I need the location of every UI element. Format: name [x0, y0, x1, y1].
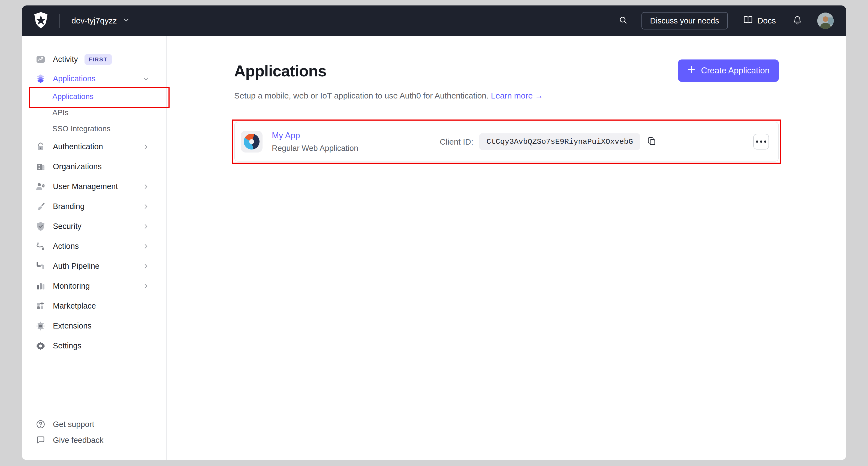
learn-more-link[interactable]: Learn more [491, 91, 533, 100]
application-row-wrapper: My App Regular Web Application Client ID… [234, 122, 779, 162]
sidebar-item-actions[interactable]: Actions [22, 236, 166, 256]
sidebar-item-label: Marketplace [53, 301, 96, 311]
app-name-block: My App Regular Web Application [272, 131, 358, 153]
give-feedback-label: Give feedback [53, 436, 103, 445]
give-feedback-link[interactable]: Give feedback [22, 432, 166, 448]
sidebar-item-authentication[interactable]: Authentication [22, 137, 166, 156]
app-name-link[interactable]: My App [272, 131, 358, 141]
shield-check-icon [35, 222, 46, 231]
sidebar-item-label: Authentication [53, 142, 103, 151]
sidebar-item-user-management[interactable]: User Management [22, 177, 166, 197]
chevron-right-icon [142, 223, 149, 230]
gear-icon [35, 341, 46, 351]
bell-icon [793, 16, 802, 26]
app-row-actions-button[interactable] [753, 134, 769, 149]
avatar[interactable] [817, 12, 834, 29]
subtitle-text: Setup a mobile, web or IoT application t… [234, 91, 489, 100]
lock-icon [35, 142, 46, 152]
plus-icon [687, 65, 695, 76]
sidebar-item-settings[interactable]: Settings [22, 336, 166, 356]
applications-icon [35, 74, 46, 84]
chevron-right-icon [142, 143, 149, 150]
sidebar-item-extensions[interactable]: Extensions [22, 316, 166, 336]
search-button[interactable] [619, 16, 628, 26]
sidebar-item-label: Settings [53, 341, 82, 350]
sidebar-subitem-sso-integrations[interactable]: SSO Integrations [22, 121, 166, 137]
help-circle-icon [35, 419, 46, 429]
sidebar-item-label: Organizations [53, 162, 102, 171]
docs-label: Docs [757, 16, 776, 25]
sidebar-item-label: Applications [53, 74, 95, 83]
copy-icon [647, 137, 656, 147]
chevron-right-icon [142, 263, 149, 270]
sidebar-item-label: Security [53, 222, 82, 231]
sidebar-item-label: Branding [53, 202, 85, 211]
sidebar-item-security[interactable]: Security [22, 216, 166, 236]
chevron-right-icon [142, 283, 149, 290]
app-body: Activity FIRST Applications Applications [22, 36, 846, 460]
app-logo-donut-icon [244, 134, 259, 149]
sidebar-item-label: Activity [53, 55, 78, 64]
bar-chart-icon [35, 281, 46, 291]
tenant-name: dev-tyj7qyzz [71, 16, 117, 25]
application-row[interactable]: My App Regular Web Application Client ID… [234, 122, 779, 162]
sidebar-subitem-applications[interactable]: Applications [22, 88, 166, 105]
sidebar-footer: Get support Give feedback [22, 416, 166, 448]
docs-button[interactable]: Docs [743, 16, 776, 26]
marketplace-icon [35, 301, 46, 311]
chevron-right-icon [142, 243, 149, 250]
client-id-group: Client ID: CtCqy3AvbQZSo7sE9RiynaPuiXOxv… [440, 134, 656, 150]
building-icon [35, 162, 46, 172]
sidebar-item-label: Monitoring [53, 282, 90, 291]
chevron-down-icon [122, 16, 130, 26]
topbar-left: dev-tyj7qyzz [33, 12, 130, 30]
pipeline-icon [35, 261, 46, 271]
first-badge: FIRST [85, 54, 112, 65]
sidebar-item-applications[interactable]: Applications [22, 69, 166, 88]
sidebar-subitem-label: Applications [52, 92, 94, 101]
page-subtitle: Setup a mobile, web or IoT application t… [234, 91, 779, 100]
chevron-down-icon [142, 75, 149, 82]
arrow-right-icon: → [535, 91, 543, 100]
discuss-your-needs-button[interactable]: Discuss your needs [642, 12, 728, 29]
sidebar: Activity FIRST Applications Applications [22, 36, 167, 460]
sidebar-subitem-label: APIs [52, 108, 68, 117]
topbar-divider [59, 13, 60, 28]
sidebar-item-label: Actions [53, 242, 79, 251]
chevron-right-icon [142, 183, 149, 190]
tenant-switcher[interactable]: dev-tyj7qyzz [71, 16, 130, 26]
speech-bubble-icon [35, 435, 46, 445]
ellipsis-icon [756, 141, 758, 143]
auth0-dashboard-window: dev-tyj7qyzz Discuss your needs [22, 5, 846, 460]
get-support-link[interactable]: Get support [22, 416, 166, 432]
app-logo-tile [241, 131, 262, 152]
book-icon [743, 16, 753, 26]
page-title: Applications [234, 62, 326, 80]
sidebar-item-branding[interactable]: Branding [22, 197, 166, 216]
create-application-button[interactable]: Create Application [678, 59, 779, 82]
sidebar-item-label: User Management [53, 182, 118, 191]
sidebar-subitem-label: SSO Integrations [52, 124, 111, 133]
sidebar-item-label: Extensions [53, 321, 92, 330]
notifications-button[interactable] [793, 16, 802, 26]
sidebar-item-monitoring[interactable]: Monitoring [22, 276, 166, 296]
activity-icon [35, 55, 46, 64]
copy-button[interactable] [647, 137, 656, 147]
content-header: Applications Create Application [234, 59, 779, 82]
chip-icon [35, 321, 46, 331]
flow-icon [35, 241, 46, 251]
get-support-label: Get support [53, 420, 94, 429]
sidebar-subitem-apis[interactable]: APIs [22, 105, 166, 121]
sidebar-item-organizations[interactable]: Organizations [22, 156, 166, 177]
auth0-logo [33, 12, 49, 30]
paintbrush-icon [35, 202, 46, 211]
sidebar-item-activity[interactable]: Activity FIRST [22, 50, 166, 69]
topbar: dev-tyj7qyzz Discuss your needs [22, 5, 846, 36]
sidebar-item-marketplace[interactable]: Marketplace [22, 296, 166, 316]
discuss-your-needs-label: Discuss your needs [650, 17, 719, 25]
sidebar-item-label: Auth Pipeline [53, 262, 99, 271]
create-application-label: Create Application [701, 66, 770, 76]
sidebar-item-auth-pipeline[interactable]: Auth Pipeline [22, 256, 166, 276]
chevron-right-icon [142, 203, 149, 210]
search-icon [619, 16, 628, 26]
